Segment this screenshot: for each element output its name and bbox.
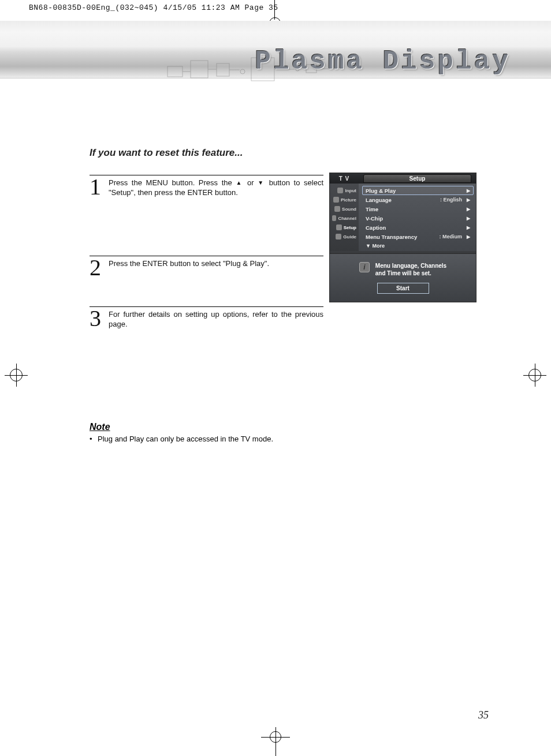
step-1-text-a: Press the MENU button. Press the bbox=[109, 178, 236, 187]
osd-list: Plug & Play▶ Language: English▶ Time▶ V-… bbox=[359, 184, 476, 251]
registration-mark-left bbox=[5, 364, 28, 387]
channel-icon bbox=[332, 215, 336, 221]
pp-line1: Menu language, Channels bbox=[375, 263, 446, 269]
right-arrow-icon: ▶ bbox=[467, 197, 470, 203]
registration-mark-right bbox=[523, 364, 546, 387]
right-arrow-icon: ▶ bbox=[467, 188, 470, 193]
sidebar-item-setup: Setup bbox=[330, 223, 359, 232]
pp-message: Menu language, Channels and Time will be… bbox=[375, 262, 446, 277]
step-block-1: 1 Press the MENU button. Press the ▲ or … bbox=[90, 175, 482, 256]
menu-item-plug-play: Plug & Play▶ bbox=[362, 186, 474, 195]
sidebar-item-input: Input bbox=[330, 186, 359, 195]
sidebar-label: Sound bbox=[342, 207, 356, 212]
guide-icon bbox=[336, 234, 341, 239]
sidebar-label: Setup bbox=[344, 225, 356, 230]
menu-item-vchip: V-Chip▶ bbox=[362, 214, 474, 223]
step-3: 3 For further details on setting up opti… bbox=[90, 306, 323, 329]
menu-item-transparency: Menu Transparency: Medium▶ bbox=[362, 232, 474, 241]
section-heading: If you want to reset this feature... bbox=[90, 147, 482, 159]
menu-item-more: ▼ More bbox=[362, 241, 474, 250]
osd-title: Setup bbox=[363, 174, 471, 183]
note-text: Plug and Play can only be accessed in th… bbox=[98, 435, 273, 443]
start-button: Start bbox=[377, 283, 429, 294]
step-2: 2 Press the ENTER button to select "Plug… bbox=[90, 256, 323, 278]
banner-title: Plasma Display bbox=[255, 47, 511, 77]
step-number: 2 bbox=[90, 258, 109, 278]
menu-label: Plug & Play bbox=[366, 188, 396, 194]
step-text: Press the MENU button. Press the ▲ or ▼ … bbox=[109, 177, 323, 197]
print-header: BN68-00835D-00Eng_(032~045) 4/15/05 11:2… bbox=[29, 3, 278, 12]
menu-item-language: Language: English▶ bbox=[362, 195, 474, 204]
svg-rect-1 bbox=[191, 61, 208, 78]
note-heading: Note bbox=[90, 422, 482, 432]
menu-label: Menu Transparency bbox=[366, 234, 417, 240]
setup-icon bbox=[336, 224, 342, 230]
menu-label: Time bbox=[366, 206, 378, 212]
osd-setup-menu: T V Setup Input Picture Sound Channel Se… bbox=[329, 173, 476, 261]
svg-rect-2 bbox=[217, 63, 229, 76]
registration-mark-bottom bbox=[261, 727, 290, 756]
step-block-2: 2 Press the ENTER button to select "Plug… bbox=[90, 256, 482, 306]
pp-line2: and Time will be set. bbox=[375, 270, 431, 276]
sidebar-item-channel: Channel bbox=[330, 214, 359, 223]
sidebar-label: Channel bbox=[338, 216, 356, 221]
osd-plug-play-dialog: i Menu language, Channels and Time will … bbox=[329, 253, 476, 302]
osd-sidebar: Input Picture Sound Channel Setup Guide bbox=[330, 184, 359, 251]
menu-label: Caption bbox=[366, 224, 386, 231]
menu-label: Language bbox=[366, 197, 392, 203]
sidebar-label: Guide bbox=[343, 234, 356, 239]
bullet-icon: • bbox=[90, 435, 98, 443]
sidebar-item-guide: Guide bbox=[330, 232, 359, 241]
right-arrow-icon: ▶ bbox=[467, 225, 470, 230]
up-triangle-icon: ▲ bbox=[236, 179, 243, 186]
page-number: 35 bbox=[478, 709, 489, 721]
info-icon: i bbox=[359, 262, 370, 272]
step-text: Press the ENTER button to select "Plug &… bbox=[109, 258, 269, 268]
osd-tv-label: T V bbox=[330, 175, 359, 182]
step-number: 1 bbox=[90, 177, 109, 197]
menu-item-time: Time▶ bbox=[362, 204, 474, 214]
sidebar-item-sound: Sound bbox=[330, 204, 359, 214]
sound-icon bbox=[334, 206, 340, 212]
content-area: If you want to reset this feature... 1 P… bbox=[90, 147, 482, 443]
sidebar-label: Input bbox=[345, 188, 356, 193]
sidebar-item-picture: Picture bbox=[330, 195, 359, 204]
menu-value: : English bbox=[440, 197, 462, 203]
down-triangle-icon: ▼ bbox=[258, 179, 265, 186]
step-number: 3 bbox=[90, 309, 109, 328]
page-banner: Plasma Display bbox=[0, 21, 551, 78]
svg-rect-0 bbox=[167, 66, 183, 77]
menu-item-caption: Caption▶ bbox=[362, 223, 474, 232]
menu-label: V-Chip bbox=[366, 215, 383, 222]
step-block-3: 3 For further details on setting up opti… bbox=[90, 306, 482, 335]
step-1-text-b: or bbox=[243, 178, 258, 187]
step-text: For further details on setting up option… bbox=[109, 309, 323, 329]
osd-header: T V Setup bbox=[330, 173, 476, 184]
sidebar-label: Picture bbox=[341, 197, 356, 203]
svg-point-3 bbox=[240, 69, 245, 74]
note-section: Note •Plug and Play can only be accessed… bbox=[90, 422, 482, 443]
right-arrow-icon: ▶ bbox=[467, 207, 470, 212]
menu-value: : Medium bbox=[440, 234, 463, 239]
input-icon bbox=[337, 188, 343, 193]
right-arrow-icon: ▶ bbox=[467, 216, 470, 221]
step-1: 1 Press the MENU button. Press the ▲ or … bbox=[90, 175, 323, 197]
picture-icon bbox=[333, 197, 339, 203]
menu-label: ▼ More bbox=[366, 243, 385, 249]
right-arrow-icon: ▶ bbox=[467, 234, 470, 239]
note-bullet: •Plug and Play can only be accessed in t… bbox=[90, 435, 482, 443]
